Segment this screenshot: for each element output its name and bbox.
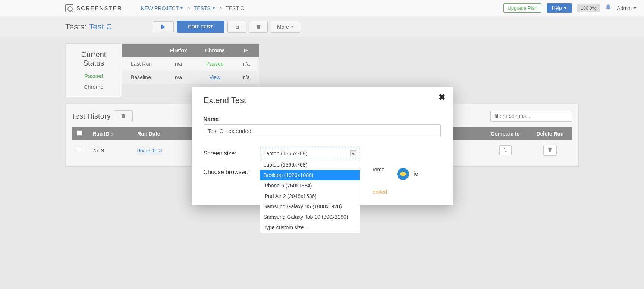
select-value: Laptop (1366x768) bbox=[264, 150, 308, 156]
screen-size-label: Screen size: bbox=[204, 148, 252, 157]
dropdown-list: Laptop (1366x768)Desktop (1920x1080)iPho… bbox=[260, 159, 360, 173]
modal-overlay: ✖ Extend Test Name Screen size: Laptop (… bbox=[0, 0, 644, 173]
dropdown-option[interactable]: Laptop (1366x768) bbox=[260, 159, 360, 170]
extend-test-modal: ✖ Extend Test Name Screen size: Laptop (… bbox=[192, 87, 453, 173]
browser-ie[interactable]: ie bbox=[396, 167, 418, 173]
select-box[interactable]: Laptop (1366x768) bbox=[260, 148, 360, 159]
browser-options: rome ie ended bbox=[373, 167, 418, 173]
browser-chrome-partial[interactable]: rome bbox=[373, 167, 384, 173]
name-label: Name bbox=[204, 116, 441, 122]
close-icon[interactable]: ✖ bbox=[439, 93, 445, 102]
screen-size-row: Screen size: Laptop (1366x768) Laptop (1… bbox=[204, 148, 441, 159]
modal-title: Extend Test bbox=[204, 96, 441, 105]
screen-size-select[interactable]: Laptop (1366x768) Laptop (1366x768)Deskt… bbox=[260, 148, 360, 159]
dropdown-option[interactable]: Desktop (1920x1080) bbox=[260, 170, 360, 173]
browser-label: Choose browser: bbox=[204, 167, 252, 173]
chevron-down-icon[interactable] bbox=[350, 150, 356, 156]
name-input[interactable] bbox=[204, 124, 441, 137]
ie-icon bbox=[396, 167, 411, 173]
